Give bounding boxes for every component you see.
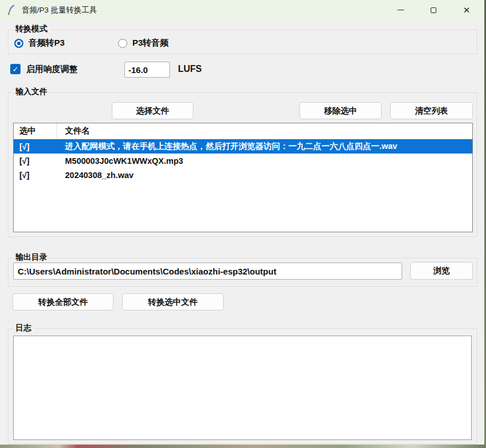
maximize-button[interactable] — [417, 0, 450, 20]
conversion-mode-group: 转换模式 音频转P3 P3转音频 — [8, 30, 477, 54]
minimize-button[interactable] — [384, 0, 417, 20]
row-checked-mark[interactable]: [√] — [14, 156, 57, 166]
radio-label: P3转音频 — [132, 38, 168, 49]
row-filename[interactable]: M500003J0cWK1WWxQX.mp3 — [57, 156, 472, 166]
row-checked-mark[interactable]: [√] — [14, 171, 57, 180]
radio-icon[interactable] — [14, 39, 23, 48]
file-table-header[interactable]: 选中 文件名 — [14, 123, 472, 139]
log-textarea[interactable] — [13, 336, 472, 440]
table-row[interactable]: [√]20240308_zh.wav — [14, 168, 472, 182]
window-title: 音频/P3 批量转换工具 — [22, 0, 97, 20]
header-filename-column[interactable]: 文件名 — [57, 126, 472, 136]
log-label: 日志 — [13, 323, 34, 333]
row-filename[interactable]: 20240308_zh.wav — [57, 171, 472, 180]
close-icon: ✕ — [463, 6, 471, 14]
table-row[interactable]: [√]进入配网模式，请在手机上连接热点，然后打开浏览器访问：一九二点一六八点四点… — [14, 139, 472, 154]
radio-icon[interactable] — [118, 39, 127, 48]
loudness-checkbox-label[interactable]: 启用响度调整 — [26, 64, 78, 75]
close-button[interactable]: ✕ — [450, 0, 483, 20]
loudness-checkbox[interactable]: ✓ — [10, 64, 21, 74]
convert-all-button[interactable]: 转换全部文件 — [13, 293, 114, 310]
app-window: 音频/P3 批量转换工具 ✕ 转换模式 音频转P3 P3转音频 ✓ 启用响度调整… — [0, 0, 484, 445]
row-filename[interactable]: 进入配网模式，请在手机上连接热点，然后打开浏览器访问：一九二点一六八点四点一.w… — [57, 141, 472, 152]
convert-selected-button[interactable]: 转换选中文件 — [122, 293, 224, 310]
input-files-label: 输入文件 — [13, 87, 50, 97]
row-checked-mark[interactable]: [√] — [14, 142, 57, 151]
title-bar[interactable]: 音频/P3 批量转换工具 ✕ — [0, 0, 484, 20]
file-table[interactable]: 选中 文件名 [√]进入配网模式，请在手机上连接热点，然后打开浏览器访问：一九二… — [13, 123, 473, 232]
output-dir-group: 输出目录 C:\Users\Administrator\Documents\Co… — [8, 258, 477, 286]
minimize-icon — [398, 10, 404, 10]
lufs-value-input[interactable]: -16.0 — [124, 62, 170, 78]
remove-selected-button[interactable]: 移除选中 — [299, 102, 382, 119]
radio-label: 音频转P3 — [29, 38, 64, 49]
window-controls: ✕ — [384, 0, 483, 20]
table-row[interactable]: [√]M500003J0cWK1WWxQX.mp3 — [14, 154, 472, 168]
conversion-mode-label: 转换模式 — [13, 24, 50, 34]
radio-audio-to-p3[interactable]: 音频转P3 — [14, 38, 64, 49]
check-icon: ✓ — [13, 66, 19, 73]
select-files-button[interactable]: 选择文件 — [112, 102, 193, 119]
clear-list-button[interactable]: 清空列表 — [390, 102, 473, 119]
browse-button[interactable]: 浏览 — [410, 262, 473, 280]
output-path-input[interactable]: C:\Users\Administrator\Documents\Codes\x… — [13, 263, 402, 280]
header-checked-column[interactable]: 选中 — [14, 123, 57, 139]
input-files-group: 输入文件 选择文件 移除选中 清空列表 选中 文件名 [√]进入配网模式，请在手… — [8, 92, 477, 237]
radio-p3-to-audio[interactable]: P3转音频 — [118, 38, 168, 49]
maximize-icon — [431, 7, 436, 13]
log-group: 日志 — [8, 329, 477, 444]
output-dir-label: 输出目录 — [13, 252, 50, 263]
lufs-unit-label: LUFS — [178, 64, 202, 74]
file-table-body: [√]进入配网模式，请在手机上连接热点，然后打开浏览器访问：一九二点一六八点四点… — [14, 139, 472, 182]
python-feather-icon — [7, 5, 16, 15]
desktop-wallpaper-sliver — [0, 445, 486, 448]
